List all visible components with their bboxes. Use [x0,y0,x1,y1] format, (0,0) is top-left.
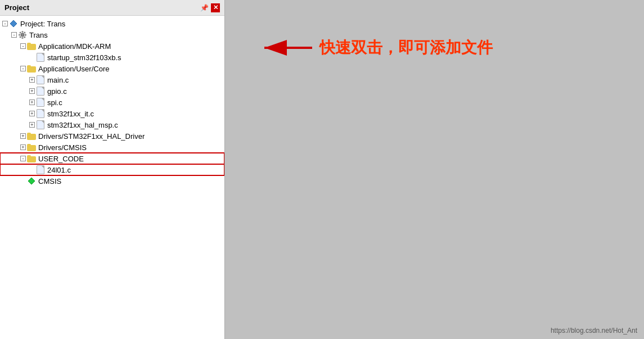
svg-point-8 [24,36,25,38]
user-code-label: USER_CODE [38,155,84,163]
file-startup-icon [36,53,45,62]
svg-point-4 [22,37,24,39]
svg-point-3 [22,31,24,33]
folder-mdk-icon [27,42,36,51]
expand-icon-trans[interactable]: - [11,32,17,38]
expand-icon-hal-driver[interactable]: + [20,133,26,139]
project-root-label: Project: Trans [20,20,65,28]
expand-icon-drivers-cmsis[interactable]: + [20,144,26,150]
project-panel: Project 📌 ✕ - Project: Trans - [0,0,225,339]
arrow-icon [259,34,315,62]
spi-label: spi.c [47,98,62,107]
tree-row-it[interactable]: + stm32f1xx_it.c [0,108,224,119]
svg-marker-11 [28,178,35,184]
pin-icon[interactable]: 📌 [200,4,209,12]
gpio-label: gpio.c [47,87,67,96]
svg-point-5 [19,34,20,36]
it-label: stm32f1xx_it.c [47,110,94,118]
folder-core-icon [27,64,36,73]
tree-row-hal-msp[interactable]: + stm32f1xx_hal_msp.c [0,119,224,130]
expand-icon-gpio[interactable]: + [29,88,35,94]
file-hal-msp-icon [36,120,45,129]
tree-row-main[interactable]: + main.c [0,74,224,85]
file-it-icon [36,109,45,118]
svg-point-10 [20,36,21,38]
svg-marker-0 [10,20,17,27]
expand-icon-main[interactable]: + [29,77,35,83]
svg-point-1 [21,33,24,37]
svg-point-6 [25,34,26,36]
main-area: 快速双击，即可添加文件 https://blog.csdn.net/Hot_An… [225,0,644,339]
annotation-text: 快速双击，即可添加文件 [319,37,493,58]
tree-row-gpio[interactable]: + gpio.c [0,85,224,97]
folder-drivers-cmsis-icon [27,143,36,152]
panel-header: Project 📌 ✕ [0,0,224,16]
svg-point-9 [24,32,25,34]
expand-icon-it[interactable]: + [29,111,35,116]
expand-icon-mdk[interactable]: - [20,43,26,49]
tree-row-cmsis[interactable]: CMSIS [0,175,224,187]
panel-icons: 📌 ✕ [200,3,220,12]
hal-driver-label: Drivers/STM32F1xx_HAL_Driver [38,132,145,141]
annotation-container: 快速双击，即可添加文件 [259,34,493,62]
tree-row-user-core[interactable]: - Application/User/Core [0,63,224,74]
expand-icon-spi[interactable]: + [29,100,35,105]
startup-label: startup_stm32f103xb.s [47,53,121,62]
expand-icon-user-code[interactable]: - [20,156,26,161]
drivers-cmsis-label: Drivers/CMSIS [38,143,87,152]
trans-label: Trans [29,31,48,39]
panel-title: Project [4,3,29,12]
tree-row-user-code[interactable]: - USER_CODE [0,153,224,164]
svg-point-7 [20,32,21,34]
tree-row-drivers-cmsis[interactable]: + Drivers/CMSIS [0,142,224,153]
tree-row-mdk-arm[interactable]: - Application/MDK-ARM [0,40,224,52]
mdk-arm-label: Application/MDK-ARM [38,42,111,51]
user-core-label: Application/User/Core [38,65,109,73]
main-label: main.c [47,76,69,84]
expand-icon-core[interactable]: - [20,66,26,71]
file-main-icon [36,75,45,84]
trans-gear-icon [18,30,27,39]
file-24l01-icon [36,165,45,174]
tree-row-project-root[interactable]: - Project: Trans [0,18,224,29]
folder-user-code-icon [27,154,36,163]
project-tree: - Project: Trans - [0,16,224,339]
project-icon [9,19,18,28]
cmsis-label: CMSIS [38,177,61,186]
tree-row-spi[interactable]: + spi.c [0,97,224,108]
url-watermark: https://blog.csdn.net/Hot_Ant [551,327,637,335]
file-gpio-icon [36,87,45,96]
hal-msp-label: stm32f1xx_hal_msp.c [47,121,118,129]
cmsis-diamond-icon [27,177,36,186]
expand-icon-root[interactable]: - [2,21,8,26]
tree-row-trans[interactable]: - Trans [0,29,224,40]
tree-row-24l01[interactable]: 24l01.c [0,164,224,175]
close-button[interactable]: ✕ [211,3,220,12]
tree-row-startup[interactable]: startup_stm32f103xb.s [0,52,224,63]
file-spi-icon [36,98,45,107]
tree-row-hal-driver[interactable]: + Drivers/STM32F1xx_HAL_Driver [0,130,224,142]
24l01-label: 24l01.c [47,166,71,174]
expand-icon-hal-msp[interactable]: + [29,122,35,128]
folder-hal-driver-icon [27,132,36,141]
